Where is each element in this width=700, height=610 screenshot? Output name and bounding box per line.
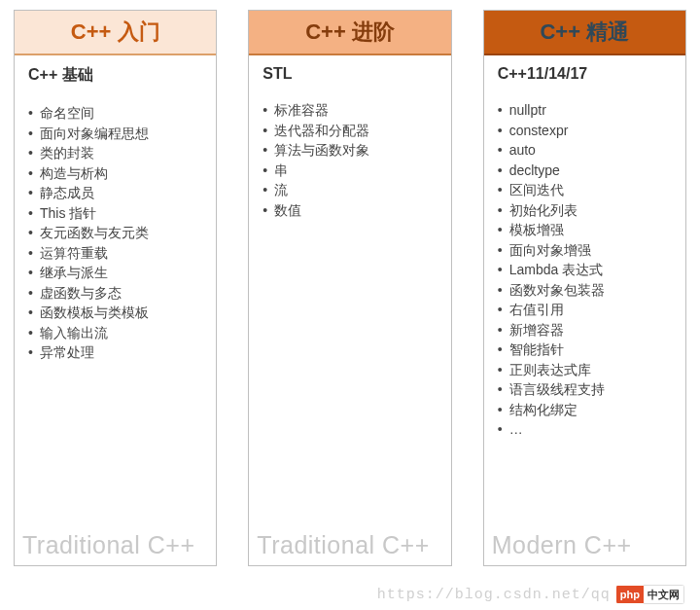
list-item: 模板增强 bbox=[498, 220, 672, 240]
list-item: 命名空间 bbox=[28, 103, 202, 124]
list-item: 右值引用 bbox=[498, 300, 672, 320]
list-item: 串 bbox=[262, 161, 437, 181]
column-intro-subtitle: C++ 基础 bbox=[28, 65, 202, 86]
column-advanced-header: C++ 进阶 bbox=[249, 11, 450, 55]
column-intro: C++ 入门 C++ 基础 命名空间 面向对象编程思想 类的封装 构造与析构 静… bbox=[14, 10, 217, 566]
list-item: nullptr bbox=[498, 100, 672, 121]
column-master-list: nullptr constexpr auto decltype 区间迭代 初始化… bbox=[498, 100, 672, 440]
columns-container: C++ 入门 C++ 基础 命名空间 面向对象编程思想 类的封装 构造与析构 静… bbox=[0, 0, 700, 566]
list-item: 新增容器 bbox=[498, 320, 672, 341]
list-item: … bbox=[498, 419, 672, 440]
list-item: 异常处理 bbox=[28, 342, 202, 363]
watermark-badge-left: php bbox=[616, 586, 644, 603]
column-master-body: C++11/14/17 nullptr constexpr auto declt… bbox=[484, 55, 685, 531]
column-master: C++ 精通 C++11/14/17 nullptr constexpr aut… bbox=[483, 10, 686, 566]
list-item: constexpr bbox=[498, 121, 672, 141]
column-master-footer: Modern C++ bbox=[484, 531, 685, 565]
list-item: 智能指针 bbox=[498, 340, 672, 360]
list-item: 继承与派生 bbox=[28, 263, 202, 283]
list-item: auto bbox=[498, 140, 672, 161]
list-item: 结构化绑定 bbox=[498, 400, 672, 420]
list-item: 友元函数与友元类 bbox=[28, 223, 202, 243]
list-item: 面向对象编程思想 bbox=[28, 124, 202, 144]
list-item: decltype bbox=[498, 161, 672, 181]
column-master-subtitle: C++11/14/17 bbox=[498, 65, 672, 83]
column-intro-footer: Traditional C++ bbox=[15, 531, 216, 565]
list-item: 算法与函数对象 bbox=[262, 140, 437, 161]
list-item: 正则表达式库 bbox=[498, 360, 672, 380]
watermark-badge-right: 中文网 bbox=[644, 585, 684, 604]
list-item: 流 bbox=[262, 180, 437, 200]
watermark-badge: php 中文网 bbox=[616, 585, 684, 604]
column-advanced-list: 标准容器 迭代器和分配器 算法与函数对象 串 流 数值 bbox=[262, 100, 437, 220]
list-item: 静态成员 bbox=[28, 183, 202, 203]
column-intro-header: C++ 入门 bbox=[15, 11, 216, 55]
column-master-header: C++ 精通 bbox=[484, 11, 685, 55]
list-item: 类的封装 bbox=[28, 143, 202, 163]
watermark-text: https://blog.csdn.net/qq bbox=[377, 587, 611, 603]
list-item: 虚函数与多态 bbox=[28, 283, 202, 304]
column-advanced-footer: Traditional C++ bbox=[249, 531, 450, 565]
list-item: 区间迭代 bbox=[498, 180, 672, 200]
column-intro-list: 命名空间 面向对象编程思想 类的封装 构造与析构 静态成员 This 指针 友元… bbox=[28, 103, 202, 363]
list-item: 标准容器 bbox=[262, 100, 437, 121]
list-item: 数值 bbox=[262, 200, 437, 221]
list-item: 输入输出流 bbox=[28, 323, 202, 343]
list-item: 函数模板与类模板 bbox=[28, 303, 202, 323]
column-advanced-subtitle: STL bbox=[262, 65, 437, 83]
list-item: 面向对象增强 bbox=[498, 240, 672, 261]
list-item: 初始化列表 bbox=[498, 200, 672, 221]
column-advanced-body: STL 标准容器 迭代器和分配器 算法与函数对象 串 流 数值 bbox=[249, 55, 450, 531]
list-item: 运算符重载 bbox=[28, 243, 202, 264]
list-item: 构造与析构 bbox=[28, 163, 202, 184]
list-item: This 指针 bbox=[28, 203, 202, 224]
watermark: https://blog.csdn.net/qq php 中文网 bbox=[377, 585, 684, 604]
column-advanced: C++ 进阶 STL 标准容器 迭代器和分配器 算法与函数对象 串 流 数值 T… bbox=[248, 10, 451, 566]
list-item: 语言级线程支持 bbox=[498, 379, 672, 400]
list-item: 迭代器和分配器 bbox=[262, 121, 437, 141]
list-item: Lambda 表达式 bbox=[498, 260, 672, 280]
list-item: 函数对象包装器 bbox=[498, 280, 672, 301]
column-intro-body: C++ 基础 命名空间 面向对象编程思想 类的封装 构造与析构 静态成员 Thi… bbox=[15, 55, 216, 531]
